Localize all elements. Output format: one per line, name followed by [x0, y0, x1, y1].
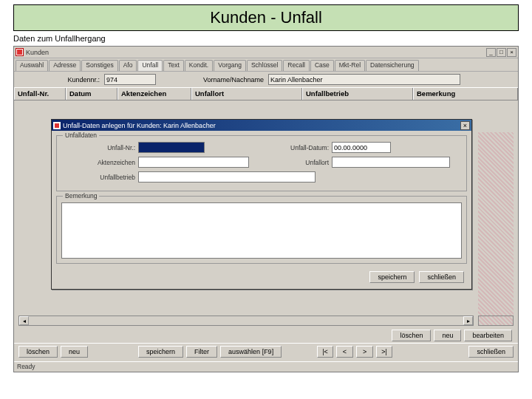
- grid-column-headers: Unfall-Nr. Datum Aktenzeichen Unfallort …: [14, 87, 518, 100]
- slide-title: Kunden - Unfall: [13, 4, 519, 31]
- kundennr-label: Kundennr.:: [18, 76, 100, 83]
- scroll-right-arrow-icon[interactable]: ▸: [463, 316, 473, 325]
- col-aktenzeichen[interactable]: Aktenzeichen: [117, 88, 191, 100]
- auswaehlen-button[interactable]: auswählen [F9]: [220, 346, 282, 358]
- scroll-left-arrow-icon[interactable]: ◂: [19, 316, 29, 325]
- tab-datensicherung[interactable]: Datensicherung: [366, 60, 419, 71]
- tab-adresse[interactable]: Adresse: [49, 60, 81, 71]
- nav-next-button[interactable]: >: [356, 346, 373, 358]
- nav-first-button[interactable]: |<: [317, 346, 333, 358]
- tab-unfall[interactable]: Unfall: [137, 60, 163, 71]
- tab-recall[interactable]: Recall: [283, 60, 310, 71]
- bemerkung-group: Bemerkung: [56, 196, 467, 264]
- horizontal-scrollbar[interactable]: ◂ ▸: [18, 316, 474, 326]
- loeschen-button[interactable]: löschen: [18, 346, 58, 358]
- grid-action-bar: löschen neu bearbeiten: [14, 327, 518, 344]
- customer-info-row: Kundennr.: Vorname/Nachname: [14, 72, 518, 87]
- grid-bearbeiten-button[interactable]: bearbeiten: [464, 330, 512, 341]
- speichern-button[interactable]: speichern: [138, 346, 183, 358]
- filter-button[interactable]: Filter: [186, 346, 217, 358]
- kundennr-field[interactable]: [104, 74, 156, 85]
- grid-empty-area: [478, 132, 514, 317]
- ort-label: Unfallort: [270, 159, 329, 166]
- dialog-icon: [53, 122, 61, 129]
- col-unfallort[interactable]: Unfallort: [191, 88, 302, 100]
- col-unfallnr[interactable]: Unfall-Nr.: [14, 88, 66, 100]
- bemerkung-textarea[interactable]: [61, 202, 462, 259]
- akten-input[interactable]: [138, 157, 249, 168]
- betrieb-label: Unfallbetrieb: [61, 174, 135, 181]
- tab-afo[interactable]: Afo: [119, 60, 137, 71]
- col-bemerkung[interactable]: Bemerkung: [413, 88, 518, 100]
- tab-vorgang[interactable]: Vorgang: [214, 60, 246, 71]
- nav-prev-button[interactable]: <: [336, 346, 353, 358]
- unfall-dialog: Unfall-Daten anlegen für Kunden: Karin A…: [51, 119, 472, 290]
- status-bar: Ready: [14, 361, 518, 372]
- window-titlebar: Kunden _ □ ×: [14, 47, 518, 58]
- datum-label: Unfall-Datum:: [270, 144, 329, 151]
- tab-mktrel[interactable]: Mkt-Rel: [335, 60, 365, 71]
- scrollbar-end-hatch: [478, 316, 514, 326]
- name-field[interactable]: [268, 74, 460, 85]
- dialog-titlebar[interactable]: Unfall-Daten anlegen für Kunden: Karin A…: [52, 120, 471, 131]
- tab-schluessel[interactable]: Schlüssel: [247, 60, 282, 71]
- schliessen-button[interactable]: schließen: [468, 346, 514, 358]
- nav-last-button[interactable]: >|: [376, 346, 392, 358]
- unfalldaten-group: Unfalldaten Unfall-Nr.: Unfall-Datum: Ak…: [56, 135, 467, 191]
- betrieb-input[interactable]: [138, 171, 316, 183]
- datum-input[interactable]: [332, 142, 391, 153]
- tab-case[interactable]: Case: [310, 60, 334, 71]
- dialog-schliessen-button[interactable]: schließen: [419, 271, 464, 283]
- svg-rect-0: [17, 50, 22, 55]
- neu-button[interactable]: neu: [61, 346, 88, 358]
- akten-label: Aktenzeichen: [61, 159, 135, 166]
- grid-loeschen-button[interactable]: löschen: [392, 330, 431, 341]
- minimize-button[interactable]: _: [486, 48, 496, 57]
- close-button[interactable]: ×: [507, 48, 516, 57]
- maximize-button[interactable]: □: [497, 48, 506, 57]
- grid-neu-button[interactable]: neu: [434, 330, 461, 341]
- name-label: Vorname/Nachname: [160, 76, 264, 83]
- unfallnr-input[interactable]: [138, 142, 205, 153]
- bemerkung-legend: Bemerkung: [63, 192, 99, 200]
- dialog-title: Unfall-Daten anlegen für Kunden: Karin A…: [63, 122, 460, 129]
- col-unfallbetrieb[interactable]: Unfallbetrieb: [302, 88, 413, 100]
- tab-auswahl[interactable]: Auswahl: [16, 60, 48, 71]
- dialog-close-button[interactable]: ×: [460, 121, 470, 130]
- ort-input[interactable]: [332, 157, 450, 168]
- main-button-bar: löschen neu speichern Filter auswählen […: [14, 343, 518, 360]
- dialog-button-row: speichern schließen: [52, 268, 471, 289]
- app-icon: [16, 48, 24, 56]
- col-datum[interactable]: Datum: [66, 88, 117, 100]
- tab-strip: Auswahl Adresse Sonstiges Afo Unfall Tex…: [14, 58, 518, 72]
- tab-kondit[interactable]: Kondit.: [185, 60, 213, 71]
- dialog-speichern-button[interactable]: speichern: [369, 271, 415, 283]
- window-title: Kunden: [26, 49, 486, 56]
- unfallnr-label: Unfall-Nr.:: [61, 144, 135, 151]
- tab-sonstiges[interactable]: Sonstiges: [81, 60, 117, 71]
- unfalldaten-legend: Unfalldaten: [63, 132, 99, 139]
- tab-text[interactable]: Text: [163, 60, 184, 71]
- slide-subtitle: Daten zum Unfallhergang: [13, 34, 519, 43]
- app-window: Kunden _ □ × Auswahl Adresse Sonstiges A…: [13, 46, 519, 372]
- svg-rect-1: [55, 123, 59, 128]
